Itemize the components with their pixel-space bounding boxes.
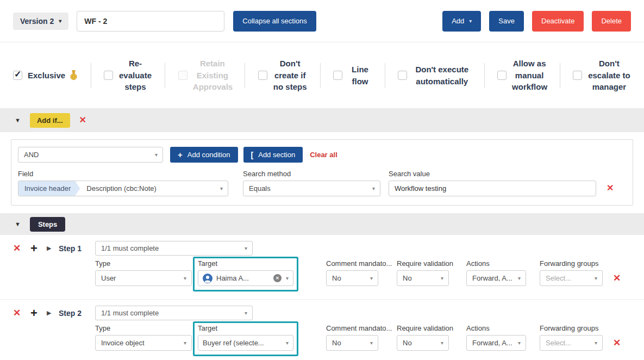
checkbox[interactable] — [13, 71, 22, 80]
validation-column: Require validation No ▾ — [397, 324, 449, 351]
remove-step-row-icon[interactable]: ✕ — [613, 338, 621, 347]
forwarding-column: Forwarding groups Select... ▾ — [540, 259, 603, 286]
add-section-button[interactable]: [ Add section — [243, 147, 303, 163]
chevron-down-icon: ▾ — [59, 18, 61, 24]
divider — [385, 63, 385, 88]
remove-step-icon[interactable]: ✕ — [13, 244, 24, 253]
target-select[interactable]: Buyer ref (selecte... ▾ — [198, 335, 293, 351]
type-select[interactable]: Invoice object ▾ — [95, 335, 192, 351]
checkbox[interactable] — [398, 71, 407, 80]
checkbox[interactable] — [104, 71, 113, 80]
plus-icon: + — [178, 151, 183, 159]
step-name: Step 2 — [59, 309, 89, 318]
validation-column: Require validation No ▾ — [397, 259, 449, 286]
actions-select[interactable]: Forward, A... ▾ — [466, 270, 526, 286]
require-validation-select[interactable]: No ▾ — [397, 270, 449, 286]
flag-allow-as-manual-workflow[interactable]: Allow as manual workflow — [497, 58, 547, 93]
award-icon — [70, 70, 78, 80]
add-step-icon[interactable]: + — [30, 307, 41, 319]
actions-label: Actions — [466, 324, 526, 332]
field-select[interactable]: Invoice header Description (cbc:Note) ▾ — [18, 181, 228, 196]
actions-column: Actions Forward, A... ▾ — [466, 259, 526, 286]
flag-dont-create-if-no-steps[interactable]: Don't create if no steps — [258, 58, 308, 93]
checkbox[interactable] — [258, 71, 267, 80]
remove-condition-icon[interactable]: ✕ — [607, 184, 614, 193]
comment-value: No — [332, 339, 366, 347]
logic-operator-select[interactable]: AND ▾ — [18, 147, 163, 163]
search-value-input[interactable] — [389, 181, 596, 196]
chevron-down-icon: ▾ — [372, 186, 375, 191]
target-label: Target — [198, 324, 293, 332]
search-method-column: Search method Equals ▾ — [243, 170, 380, 196]
clear-target-icon[interactable]: ✕ — [273, 274, 282, 282]
remove-step-icon[interactable]: ✕ — [13, 308, 24, 318]
remove-step-row-icon[interactable]: ✕ — [613, 274, 621, 283]
collapse-all-button[interactable]: Collapse all sections — [233, 11, 316, 32]
step-name: Step 1 — [59, 244, 89, 253]
checkbox[interactable] — [573, 71, 582, 80]
require-validation-select[interactable]: No ▾ — [397, 335, 449, 351]
version-dropdown[interactable]: Version 2 ▾ — [13, 13, 68, 30]
chevron-down-icon: ▾ — [286, 340, 289, 346]
toolbar: Version 2 ▾ Collapse all sections Add ▾ … — [0, 0, 644, 42]
flag-dont-execute-automatically[interactable]: Don't execute automatically — [398, 64, 471, 88]
add-step-icon[interactable]: + — [30, 243, 41, 255]
flag-label: Line flow — [348, 64, 372, 88]
add-if-button[interactable]: Add if... — [30, 113, 70, 128]
completion-rule-value: 1/1 must complete — [101, 309, 240, 317]
search-method-select[interactable]: Equals ▾ — [243, 181, 380, 196]
flag-label: Exclusive — [28, 70, 65, 82]
completion-rule-select[interactable]: 1/1 must complete ▾ — [95, 306, 253, 320]
type-value: User — [101, 274, 179, 282]
checkbox[interactable] — [497, 71, 507, 80]
flag-line-flow[interactable]: Line flow — [333, 64, 372, 88]
collapse-section-icon[interactable]: ▼ — [15, 117, 21, 123]
type-select[interactable]: User ▾ — [95, 270, 192, 286]
checkbox — [178, 71, 187, 80]
comment-column: Comment mandato... No ▾ — [326, 324, 378, 351]
delete-button[interactable]: Delete — [592, 11, 631, 32]
expand-step-icon[interactable]: ▶ — [47, 309, 55, 316]
forwarding-groups-select[interactable]: Select... ▾ — [540, 270, 603, 286]
chevron-down-icon: ▾ — [518, 276, 521, 281]
deactivate-button[interactable]: Deactivate — [532, 11, 584, 32]
chevron-down-icon: ▾ — [184, 276, 186, 281]
chevron-down-icon: ▾ — [220, 186, 223, 191]
target-value: Buyer ref (selecte... — [203, 339, 282, 347]
target-label: Target — [198, 259, 293, 268]
comment-value: No — [332, 274, 366, 282]
type-value: Invoice object — [101, 339, 179, 347]
divider — [320, 63, 321, 88]
step-head: ✕ + ▶ Step 1 1/1 must complete ▾ — [13, 241, 631, 256]
validation-value: No — [403, 339, 436, 347]
expand-step-icon[interactable]: ▶ — [47, 245, 55, 252]
clear-all-link[interactable]: Clear all — [310, 151, 337, 159]
actions-label: Actions — [466, 259, 526, 268]
checkbox[interactable] — [333, 71, 342, 80]
completion-rule-select[interactable]: 1/1 must complete ▾ — [95, 241, 253, 256]
add-condition-button[interactable]: + Add condition — [170, 147, 238, 163]
actions-select[interactable]: Forward, A... ▾ — [466, 335, 526, 351]
target-highlight: Target Buyer ref (selecte... ▾ — [193, 321, 298, 356]
flag-exclusive[interactable]: Exclusive — [13, 70, 78, 82]
chevron-down-icon: ▾ — [286, 276, 289, 281]
workflow-name-input[interactable] — [77, 11, 224, 32]
forwarding-groups-select[interactable]: Select... ▾ — [540, 335, 603, 351]
type-column: Type Invoice object ▾ — [95, 324, 192, 351]
step-head: ✕ + ▶ Step 2 1/1 must complete ▾ — [13, 306, 631, 320]
collapse-section-icon[interactable]: ▼ — [15, 221, 21, 227]
remove-section-icon[interactable]: ✕ — [79, 116, 86, 125]
divider — [560, 63, 560, 88]
save-button[interactable]: Save — [489, 11, 524, 32]
target-select[interactable]: Haima A... ✕ ▾ — [198, 270, 293, 286]
add-dropdown-button[interactable]: Add ▾ — [442, 11, 481, 32]
condition-row: Field Invoice header Description (cbc:No… — [18, 170, 626, 196]
condition-field-column: Field Invoice header Description (cbc:No… — [18, 170, 228, 196]
forwarding-value: Select... — [546, 274, 590, 282]
comment-mandatory-select[interactable]: No ▾ — [326, 270, 378, 286]
chevron-down-icon: ▾ — [155, 152, 158, 158]
type-label: Type — [95, 324, 192, 332]
flag-dont-escalate-to-manager[interactable]: Don't escalate to manager — [573, 58, 631, 93]
comment-mandatory-select[interactable]: No ▾ — [326, 335, 378, 351]
flag-re-evaluate-steps[interactable]: Re-evaluate steps — [104, 58, 152, 93]
